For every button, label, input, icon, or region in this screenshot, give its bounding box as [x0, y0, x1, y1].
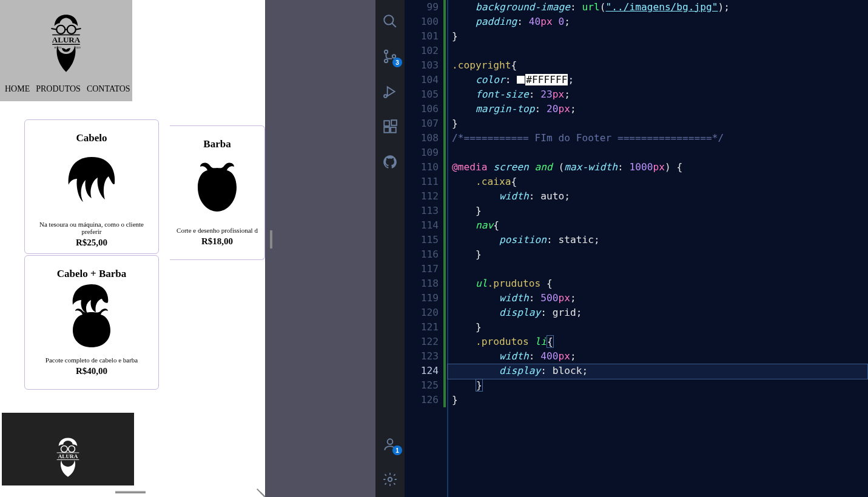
- card-title: Barba: [176, 138, 258, 150]
- products-grid: Cabelo Na tesoura ou máquina, como o cli…: [0, 101, 265, 396]
- svg-point-16: [384, 15, 393, 24]
- run-debug-icon[interactable]: [381, 82, 399, 101]
- card-desc: Pacote completo de cabelo e barba: [31, 356, 152, 364]
- footer-logo: ALURA: [49, 435, 86, 479]
- product-card[interactable]: Cabelo + Barba Pacote completo de cabelo…: [24, 255, 159, 390]
- line-number-gutter: 9910010110210310410510610710810911011111…: [405, 0, 447, 497]
- card-desc: Na tesoura ou máquina, como o cliente pr…: [31, 221, 152, 235]
- svg-text:2019: 2019: [75, 46, 81, 49]
- svg-line-3: [52, 28, 57, 30]
- extensions-icon[interactable]: [381, 118, 399, 136]
- accounts-badge: 1: [392, 445, 402, 455]
- svg-point-1: [67, 25, 76, 33]
- svg-marker-21: [388, 87, 395, 96]
- nav-home[interactable]: HOME: [5, 84, 30, 94]
- beard-icon: [176, 155, 258, 216]
- card-price: R$40,00: [31, 366, 152, 376]
- code-content[interactable]: background-image: url("../imagens/bg.jpg…: [447, 0, 868, 497]
- svg-point-0: [56, 25, 65, 33]
- card-desc: Corte e desenho profissional d: [176, 227, 258, 234]
- svg-rect-24: [384, 127, 389, 133]
- product-card[interactable]: Barba Corte e desenho profissional d R$1…: [170, 125, 265, 260]
- source-control-icon[interactable]: 3: [381, 47, 399, 65]
- svg-rect-25: [391, 127, 396, 133]
- activity-bar: 3 1: [375, 0, 405, 497]
- svg-point-11: [69, 445, 75, 452]
- drag-handle[interactable]: [115, 491, 146, 493]
- nav-contatos[interactable]: CONTATOS: [87, 84, 130, 94]
- page-header: ALURA ESTD 2019 HOME PRODUTOS CONTATOS: [0, 0, 132, 101]
- card-title: Cabelo + Barba: [31, 268, 152, 280]
- nav-links: HOME PRODUTOS CONTATOS: [0, 82, 132, 98]
- card-price: R$25,00: [31, 238, 152, 248]
- vertical-drag-handle[interactable]: [270, 230, 272, 248]
- browser-preview-panel: ALURA ESTD 2019 HOME PRODUTOS CONTATOS C…: [0, 0, 375, 497]
- svg-rect-23: [384, 121, 389, 126]
- source-control-badge: 3: [392, 58, 402, 67]
- logo: ALURA ESTD 2019: [42, 0, 90, 82]
- search-icon[interactable]: [381, 12, 399, 30]
- rendered-page: ALURA ESTD 2019 HOME PRODUTOS CONTATOS C…: [0, 0, 265, 497]
- svg-rect-26: [391, 120, 397, 125]
- product-card[interactable]: Cabelo Na tesoura ou máquina, como o cli…: [24, 119, 159, 254]
- page-footer: ALURA: [2, 413, 134, 485]
- svg-line-4: [76, 28, 81, 30]
- svg-line-17: [392, 23, 396, 27]
- hair-icon: [31, 149, 152, 210]
- github-icon[interactable]: [381, 153, 399, 171]
- svg-text:ALURA: ALURA: [52, 35, 81, 44]
- svg-point-28: [388, 478, 392, 482]
- resize-handle[interactable]: [252, 484, 265, 497]
- svg-point-10: [61, 445, 68, 452]
- card-price: R$18,00: [176, 236, 258, 247]
- svg-point-18: [385, 50, 388, 53]
- nav-produtos[interactable]: PRODUTOS: [36, 84, 81, 94]
- code-editor[interactable]: 9910010110210310410510610710810911011111…: [405, 0, 868, 497]
- svg-point-19: [385, 59, 388, 62]
- hair-beard-icon: [31, 285, 152, 345]
- settings-gear-icon[interactable]: [381, 470, 399, 489]
- card-title: Cabelo: [31, 132, 152, 144]
- svg-point-27: [388, 439, 393, 444]
- svg-text:ALURA: ALURA: [58, 453, 78, 459]
- accounts-icon[interactable]: 1: [381, 435, 399, 453]
- svg-point-22: [384, 95, 387, 98]
